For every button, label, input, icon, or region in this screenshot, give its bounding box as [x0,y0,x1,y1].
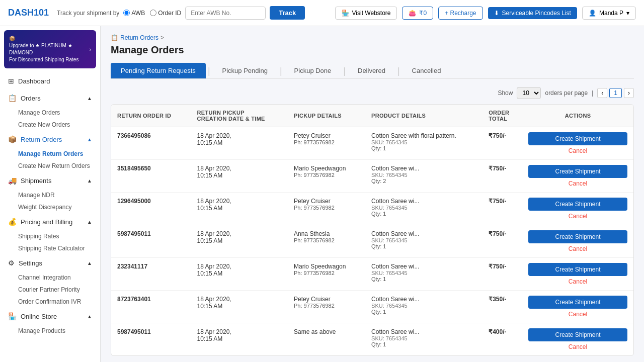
sidebar-item-shipments[interactable]: 🚚 Shipments ▲ [0,172,100,189]
balance-display[interactable]: 👛 ₹0 [402,7,433,20]
col-return-order-id: RETURN ORDER ID [111,105,191,127]
awb-radio[interactable] [123,10,130,16]
product-sku: SKU: 7654345 [371,303,476,309]
sidebar-sub-manage-return-orders[interactable]: Manage Return Orders [0,148,100,160]
online-store-chevron: ▲ [87,314,92,319]
cancel-button[interactable]: Cancel [528,278,627,285]
sidebar-label-dashboard: Dashboard [18,77,50,85]
sidebar-sub-create-return-orders[interactable]: Create New Return Orders [0,160,100,172]
sidebar-item-online-store[interactable]: 🏪 Online Store ▲ [0,308,100,325]
sidebar-sub-rate-calculator[interactable]: Shipping Rate Calculator [0,242,100,254]
pricing-chevron: ▲ [87,219,92,225]
create-shipment-button[interactable]: Create Shipment [528,230,627,243]
cell-order-id-2: 1296495000 [111,193,191,225]
sidebar-item-settings[interactable]: ⚙ Settings ▲ [0,254,100,272]
recharge-button[interactable]: + Recharge [438,7,482,20]
sidebar-sub-weight-discrepancy[interactable]: Weight Discrepancy [0,201,100,213]
sidebar-sub-manage-products[interactable]: Manage Products [0,325,100,337]
create-shipment-button[interactable]: Create Shipment [528,198,627,211]
order-id-radio-label[interactable]: Order ID [150,10,181,17]
current-page: 1 [609,88,622,98]
next-page-button[interactable]: › [624,88,634,98]
product-sku: SKU: 7654345 [371,172,476,178]
pickup-name: Petey Cruiser [294,132,359,139]
cell-total-4: ₹750/- [482,258,522,291]
sidebar-sub-manage-orders[interactable]: Manage Orders [0,107,100,119]
sidebar-item-return-orders[interactable]: 📦 Return Orders ▲ [0,131,100,148]
create-shipment-button[interactable]: Create Shipment [528,263,627,276]
settings-chevron: ▲ [87,260,92,266]
orders-per-page-label: orders per page [545,89,588,97]
tab-pending-return-requests[interactable]: Pending Return Requests [111,63,206,78]
create-shipment-button[interactable]: Create Shipment [528,296,627,309]
awb-radio-label[interactable]: AWB [123,10,145,17]
tab-sep-1: | [206,66,212,75]
tab-cancelled[interactable]: Cancelled [402,63,451,78]
cell-product-6: Cotton Saree wi... SKU: 7654345 Qty: 1 [365,323,482,356]
cell-actions-2: Create Shipment Cancel [522,193,633,225]
order-total-value: ₹350/- [489,296,506,303]
user-menu-button[interactable]: 👤 Manda P ▾ [582,7,636,20]
breadcrumb-separator: > [160,34,164,41]
product-name: Cotton Saree wi... [371,328,476,335]
create-shipment-button[interactable]: Create Shipment [528,165,627,178]
order-id-value: 5987495011 [117,328,151,335]
serviceable-pincodes-button[interactable]: ⬇ Serviceable Pincodes List [488,7,577,19]
dashboard-icon: ⊞ [8,77,14,85]
order-date: 18 Apr 2020,10:15 AM [197,263,231,277]
cancel-button[interactable]: Cancel [528,245,627,252]
prev-page-button[interactable]: ‹ [597,88,607,98]
sidebar-sub-create-orders[interactable]: Create New Orders [0,119,100,131]
breadcrumb-icon: 📋 [111,34,118,41]
order-id-label: Order ID [158,10,181,17]
order-date: 18 Apr 2020,10:15 AM [197,230,231,244]
create-shipment-button[interactable]: Create Shipment [528,328,627,341]
order-total-value: ₹750/- [489,230,506,237]
promo-banner[interactable]: 📦 Upgrade to ★ PLATINUM ★ DIAMOND For Di… [4,30,96,68]
awb-input[interactable] [185,7,266,20]
cell-date-1: 18 Apr 2020,10:15 AM [191,160,288,193]
sidebar-sub-shipping-rates[interactable]: Shipping Rates [0,230,100,242]
sidebar-label-settings: Settings [19,259,42,267]
breadcrumb-parent[interactable]: Return Orders [120,34,158,41]
table-row: 7366495086 18 Apr 2020,10:15 AM Petey Cr… [111,127,633,160]
return-orders-chevron: ▲ [87,137,92,142]
order-id-radio[interactable] [150,10,156,16]
tab-pickup-pending[interactable]: Pickup Pending [212,63,278,78]
page-sep: | [592,89,593,97]
pickup-phone: Ph: 9773576982 [294,205,359,211]
sidebar-item-pricing[interactable]: 💰 Pricing and Billing ▲ [0,213,100,230]
cell-total-6: ₹400/- [482,323,522,356]
sidebar-item-orders[interactable]: 📋 Orders ▲ [0,89,100,107]
product-qty: Qty: 2 [371,178,476,184]
sidebar-sub-manage-ndr[interactable]: Manage NDR [0,189,100,201]
sidebar-sub-courier-partner[interactable]: Courier Partner Priority [0,284,100,296]
cancel-button[interactable]: Cancel [528,180,627,187]
main-content: 📋 Return Orders > Manage Orders Pending … [101,26,644,362]
tab-delivered[interactable]: Delivered [348,63,395,78]
tab-pickup-done[interactable]: Pickup Done [284,63,342,78]
track-button[interactable]: Track [270,6,305,20]
visit-webstore-button[interactable]: 🏪 Visit Webstore [335,7,397,20]
sidebar-sub-channel-integration[interactable]: Channel Integration [0,272,100,284]
order-total-value: ₹750/- [489,198,506,205]
product-sku: SKU: 7654345 [371,270,476,276]
cell-pickup-4: Mario Speedwagon Ph: 9773576982 [288,258,365,291]
cell-order-id-5: 8723763401 [111,291,191,323]
cancel-button[interactable]: Cancel [528,311,627,318]
table-header-row: RETURN ORDER ID RETURN PICKUPCREATION DA… [111,105,633,127]
user-icon: 👤 [589,10,596,17]
table-row: 232341117 18 Apr 2020,10:15 AM Mario Spe… [111,258,633,291]
create-shipment-button[interactable]: Create Shipment [528,132,627,145]
settings-icon: ⚙ [8,259,15,267]
order-date: 18 Apr 2020,10:15 AM [197,132,231,146]
sidebar-item-dashboard[interactable]: ⊞ Dashboard [0,72,100,89]
per-page-select[interactable]: 10 25 50 [517,87,541,99]
sidebar-label-online-store: Online Store [21,313,57,320]
cancel-button[interactable]: Cancel [528,213,627,220]
cancel-button[interactable]: Cancel [528,147,627,154]
pagination: ‹ 1 › [597,88,634,98]
sidebar-sub-order-ivr[interactable]: Order Confirmation IVR [0,296,100,308]
cell-actions-1: Create Shipment Cancel [522,160,633,193]
cancel-button[interactable]: Cancel [528,343,627,350]
